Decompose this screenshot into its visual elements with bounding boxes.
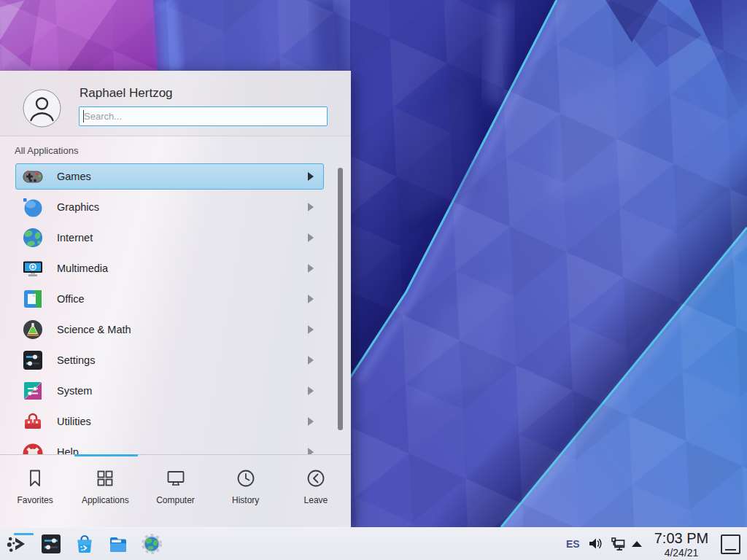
clock-widget[interactable]: 7:03 PM 4/24/21 [648, 529, 715, 559]
active-tab-indicator [74, 454, 138, 456]
category-internet[interactable]: Internet [0, 222, 351, 253]
browser-globe-gear-icon [140, 532, 163, 556]
graphics-sphere-icon [21, 195, 44, 219]
desktop: Raphael Hertzog All Applications [0, 0, 747, 560]
volume-icon[interactable] [588, 537, 602, 551]
web-browser-button[interactable] [140, 532, 163, 556]
category-label: Settings [57, 345, 95, 376]
taskbar: ES 7:03 PM 4/24/21 [0, 527, 747, 560]
submenu-arrow-icon [308, 356, 314, 365]
category-label: Games [57, 161, 91, 192]
text-cursor [83, 110, 84, 122]
category-label: Multimedia [57, 253, 108, 284]
games-gamepad-icon [21, 165, 44, 188]
category-label: Help [57, 437, 79, 454]
multimedia-player-icon [21, 257, 44, 280]
clock-date: 4/24/21 [648, 547, 715, 559]
category-label: System [57, 376, 92, 406]
category-system[interactable]: System [0, 376, 351, 406]
tab-label: Leave [304, 495, 328, 505]
applications-grid-icon [95, 468, 115, 489]
dolphin-file-manager-button[interactable] [107, 532, 130, 556]
tab-history[interactable]: History [211, 458, 281, 527]
clock-time: 7:03 PM [648, 529, 715, 547]
category-label: Office [57, 284, 85, 314]
help-lifebuoy-icon [21, 440, 44, 454]
scrollbar[interactable] [338, 168, 343, 430]
category-office[interactable]: Office [0, 284, 351, 314]
peek-line [725, 549, 736, 551]
tab-label: Applications [82, 495, 129, 505]
application-launcher-button[interactable] [6, 532, 29, 556]
submenu-arrow-icon [308, 295, 314, 303]
submenu-arrow-icon [308, 448, 314, 454]
category-graphics[interactable]: Graphics [0, 192, 351, 222]
system-settings-icon [39, 532, 63, 556]
show-desktop-button[interactable] [721, 534, 740, 554]
favorites-bookmark-icon [25, 468, 45, 489]
user-name: Raphael Hertzog [80, 86, 173, 101]
utilities-toolbox-icon [21, 410, 44, 433]
kde-launcher-icon [6, 532, 29, 556]
discover-bag-icon [73, 532, 96, 556]
category-label: Internet [57, 222, 93, 253]
tab-favorites[interactable]: Favorites [0, 458, 70, 527]
tab-applications[interactable]: Applications [70, 458, 140, 527]
tab-computer[interactable]: Computer [140, 458, 210, 527]
system-sliders-icon [21, 379, 44, 402]
tab-label: Computer [156, 495, 195, 505]
discover-button[interactable] [73, 532, 96, 556]
category-label: Graphics [57, 192, 99, 222]
settings-sliders-icon [21, 349, 44, 372]
folder-icon [107, 532, 130, 556]
section-label: All Applications [15, 145, 78, 156]
submenu-arrow-icon [308, 417, 314, 426]
expand-tray-icon[interactable] [632, 541, 642, 547]
system-settings-button[interactable] [39, 532, 63, 556]
category-games[interactable]: Games [0, 161, 351, 192]
computer-monitor-icon [166, 468, 186, 489]
launcher-tab-bar: Favorites Applications Computer [0, 458, 351, 527]
science-flask-icon [21, 318, 44, 341]
office-document-icon [21, 287, 44, 311]
leave-back-circle-icon [306, 468, 326, 489]
category-settings[interactable]: Settings [0, 345, 351, 376]
submenu-arrow-icon [308, 264, 314, 273]
category-help[interactable]: Help [0, 437, 351, 454]
category-multimedia[interactable]: Multimedia [0, 253, 351, 284]
submenu-arrow-icon [308, 386, 314, 395]
tab-leave[interactable]: Leave [281, 458, 351, 527]
search-input[interactable] [79, 106, 328, 126]
submenu-arrow-icon [308, 172, 314, 181]
network-icon[interactable] [610, 537, 626, 552]
keyboard-layout-indicator[interactable]: ES [566, 538, 580, 550]
category-list: Games Graphics [0, 161, 351, 454]
submenu-arrow-icon [308, 203, 314, 211]
category-label: Utilities [57, 406, 91, 437]
application-launcher-popup: Raphael Hertzog All Applications [0, 71, 351, 527]
user-avatar[interactable] [23, 89, 61, 128]
category-label: Science & Math [57, 314, 131, 345]
footer-divider [0, 454, 351, 455]
category-science-math[interactable]: Science & Math [0, 314, 351, 345]
tab-label: History [232, 495, 259, 505]
submenu-arrow-icon [308, 233, 314, 242]
category-utilities[interactable]: Utilities [0, 406, 351, 437]
active-task-indicator [14, 533, 34, 535]
tab-label: Favorites [17, 495, 53, 505]
internet-globe-icon [21, 226, 44, 249]
submenu-arrow-icon [308, 325, 314, 334]
history-clock-icon [236, 468, 256, 489]
